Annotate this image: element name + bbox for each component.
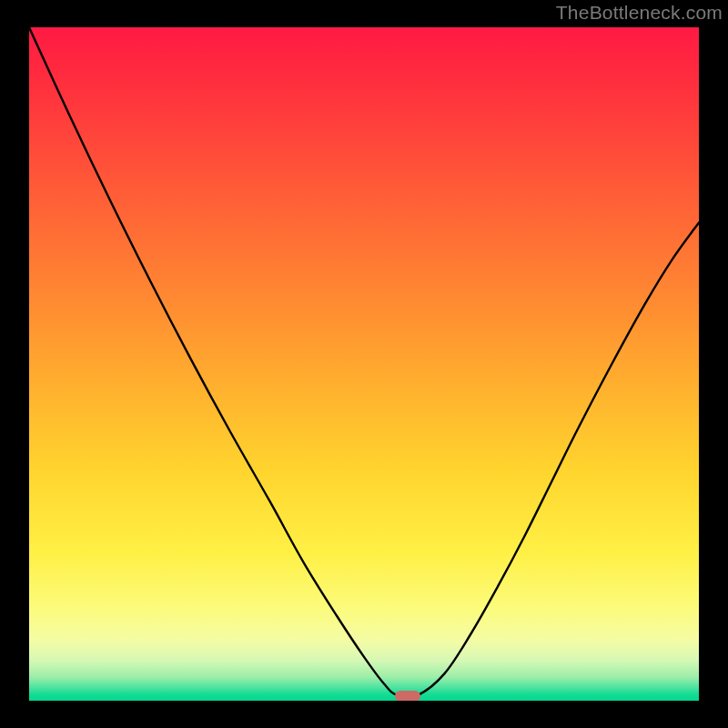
chart-frame: TheBottleneck.com bbox=[0, 0, 728, 728]
curve-path bbox=[29, 27, 699, 698]
watermark-text: TheBottleneck.com bbox=[556, 2, 723, 24]
minimum-marker bbox=[395, 691, 420, 701]
plot-area bbox=[29, 27, 699, 701]
bottleneck-curve bbox=[29, 27, 699, 701]
